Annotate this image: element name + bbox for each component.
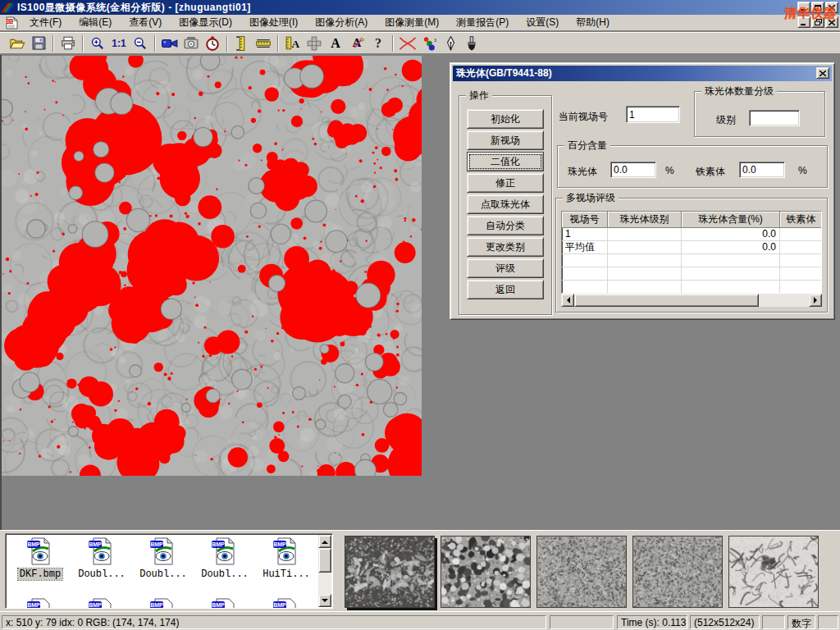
bottom-panel: BMP DKF.bmp BMP Doubl... bbox=[0, 530, 840, 611]
file-name[interactable]: Doubl... bbox=[76, 568, 127, 580]
file-list[interactable]: BMP DKF.bmp BMP Doubl... bbox=[5, 533, 333, 609]
file-item[interactable]: BMP DKF.bmp bbox=[11, 537, 70, 580]
file-item[interactable]: BMP Doubl... bbox=[72, 537, 131, 580]
new-field-button[interactable]: 新视场 bbox=[467, 130, 544, 150]
measure-text-icon[interactable]: A bbox=[282, 34, 304, 53]
help-icon[interactable]: ? bbox=[368, 34, 389, 53]
menu-edit[interactable]: 编辑(E) bbox=[72, 14, 118, 31]
scrollbar-thumb[interactable] bbox=[318, 548, 331, 573]
binarize-button[interactable]: 二值化 bbox=[467, 152, 544, 171]
menu-image-analysis[interactable]: 图像分析(A) bbox=[308, 14, 374, 31]
menu-help[interactable]: 帮助(H) bbox=[569, 14, 616, 31]
pearlite-dialog: 珠光体(GB/T9441-88) 操作 初始化 新视场 二值化 修正 点取珠光体… bbox=[450, 62, 835, 320]
menu-image-display[interactable]: 图像显示(D) bbox=[172, 14, 239, 31]
color-classify-icon[interactable]: 3 bbox=[418, 34, 440, 53]
change-class-button[interactable]: 更改类别 bbox=[467, 237, 544, 257]
dialog-title-bar[interactable]: 珠光体(GB/T9441-88) bbox=[453, 66, 832, 81]
cell-ferrite bbox=[780, 228, 822, 241]
grid-icon[interactable] bbox=[304, 34, 325, 53]
ferrite-percent-label: 铁素体 bbox=[696, 165, 725, 179]
metallograph-image[interactable] bbox=[2, 56, 422, 476]
rate-button[interactable]: 评级 bbox=[467, 258, 544, 278]
grade-input[interactable] bbox=[749, 110, 800, 126]
minimize-button[interactable] bbox=[797, 2, 810, 13]
table-row[interactable]: 1 0.0 bbox=[562, 228, 821, 241]
ferrite-percent-input[interactable] bbox=[739, 162, 785, 178]
scrollbar-track[interactable] bbox=[759, 294, 809, 307]
zoom-out-icon[interactable] bbox=[130, 34, 151, 53]
dialog-title: 珠光体(GB/T9441-88) bbox=[456, 66, 552, 80]
menu-image-processing[interactable]: 图像处理(I) bbox=[243, 14, 304, 31]
rating-table-header: 视场号 珠光体级别 珠光体含量(%) 铁素体 bbox=[562, 212, 821, 228]
ruler-icon[interactable] bbox=[253, 34, 274, 53]
bmp-file-icon: BMP bbox=[26, 537, 54, 565]
annotate-icon[interactable]: A bbox=[346, 34, 368, 53]
timer-icon[interactable] bbox=[202, 34, 223, 53]
ferrite-percent-unit: % bbox=[798, 165, 807, 176]
menu-view[interactable]: 查看(V) bbox=[122, 14, 168, 31]
open-icon[interactable] bbox=[7, 34, 28, 53]
menu-image-measure[interactable]: 图像测量(M) bbox=[378, 14, 445, 31]
scroll-left-button[interactable] bbox=[561, 294, 574, 307]
table-horizontal-scrollbar[interactable] bbox=[561, 294, 822, 307]
table-row[interactable]: 平均值 0.0 bbox=[562, 241, 821, 254]
pick-pearlite-button[interactable]: 点取珠光体 bbox=[467, 194, 544, 214]
thumbnail-image[interactable] bbox=[728, 536, 819, 608]
file-item[interactable]: BMP Doubl... bbox=[195, 537, 254, 580]
title-bar: IS100显微摄像系统(金相分析版) - [zhuguangti01] bbox=[0, 0, 840, 15]
caliper-icon[interactable] bbox=[231, 34, 253, 53]
scroll-right-button[interactable] bbox=[809, 294, 822, 307]
file-name[interactable]: Doubl... bbox=[199, 568, 250, 580]
init-button[interactable]: 初始化 bbox=[467, 109, 544, 129]
thumbnail-image[interactable] bbox=[536, 536, 627, 608]
cell-content: 0.0 bbox=[682, 241, 780, 254]
pearlite-percent-input[interactable] bbox=[610, 162, 656, 178]
mdi-close-button[interactable] bbox=[825, 16, 838, 28]
svg-text:BMP: BMP bbox=[89, 602, 102, 608]
pen-icon[interactable] bbox=[440, 34, 461, 53]
zoom-in-icon[interactable] bbox=[87, 34, 108, 53]
file-item[interactable]: BMP HuiTi... bbox=[257, 537, 316, 580]
status-empty bbox=[818, 615, 838, 629]
file-name[interactable]: HuiTi... bbox=[261, 568, 312, 580]
header-pearlite-grade: 珠光体级别 bbox=[608, 212, 682, 228]
status-time: Time (s): 0.113 bbox=[617, 615, 687, 629]
auto-classify-button[interactable]: 自动分类 bbox=[467, 216, 544, 235]
svg-text:BMP: BMP bbox=[212, 541, 225, 547]
thumbnail-image[interactable] bbox=[632, 536, 723, 608]
mdi-minimize-button[interactable] bbox=[797, 16, 810, 28]
file-name[interactable]: DKF.bmp bbox=[18, 568, 62, 580]
file-list-scrollbar[interactable] bbox=[318, 535, 331, 607]
menu-measure-report[interactable]: 测量报告(P) bbox=[450, 14, 515, 31]
video-camera-icon[interactable] bbox=[159, 34, 180, 53]
scrollbar-thumb[interactable] bbox=[574, 294, 759, 307]
current-field-input[interactable] bbox=[626, 106, 680, 123]
pearlite-percent-label: 珠光体 bbox=[568, 165, 597, 179]
current-field-label: 当前视场号 bbox=[559, 110, 608, 124]
rating-table[interactable]: 视场号 珠光体级别 珠光体含量(%) 铁素体 1 0.0 平均值 0.0 bbox=[561, 211, 822, 294]
menu-file[interactable]: 文件(F) bbox=[23, 14, 68, 31]
dialog-close-button[interactable] bbox=[816, 67, 829, 79]
thumbnail-image[interactable] bbox=[441, 536, 531, 608]
maximize-button[interactable] bbox=[811, 2, 824, 13]
close-button[interactable] bbox=[825, 2, 838, 13]
mdi-restore-button[interactable] bbox=[811, 16, 824, 28]
brush-icon[interactable] bbox=[461, 34, 482, 53]
file-name[interactable]: Doubl... bbox=[138, 568, 189, 580]
print-icon[interactable] bbox=[57, 34, 79, 53]
curve-tool-icon[interactable] bbox=[397, 34, 418, 53]
scroll-down-button[interactable] bbox=[318, 594, 331, 607]
save-icon[interactable] bbox=[28, 34, 49, 53]
file-item[interactable]: BMP Doubl... bbox=[134, 537, 193, 580]
correct-button[interactable]: 修正 bbox=[467, 173, 544, 193]
thumbnail-image[interactable] bbox=[345, 536, 435, 608]
svg-text:A: A bbox=[291, 38, 299, 50]
camera-icon[interactable] bbox=[180, 34, 202, 53]
menu-settings[interactable]: 设置(S) bbox=[519, 14, 565, 31]
document-icon[interactable]: DOC bbox=[5, 16, 20, 30]
actual-size-icon[interactable]: 1:1 bbox=[108, 34, 130, 53]
text-icon[interactable]: A bbox=[325, 34, 346, 53]
scroll-up-button[interactable] bbox=[318, 535, 331, 548]
operations-group: 操作 初始化 新视场 二值化 修正 点取珠光体 自动分类 更改类别 评级 返回 bbox=[459, 95, 552, 315]
return-button[interactable]: 返回 bbox=[467, 280, 544, 299]
